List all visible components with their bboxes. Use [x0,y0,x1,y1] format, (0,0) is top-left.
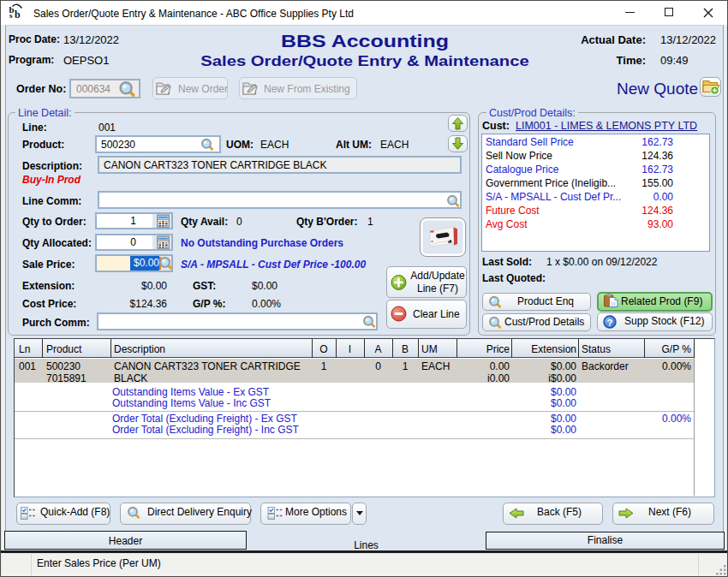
svg-text:?: ? [606,318,612,328]
svg-text:s: s [9,11,13,20]
svg-text:b: b [15,9,21,21]
